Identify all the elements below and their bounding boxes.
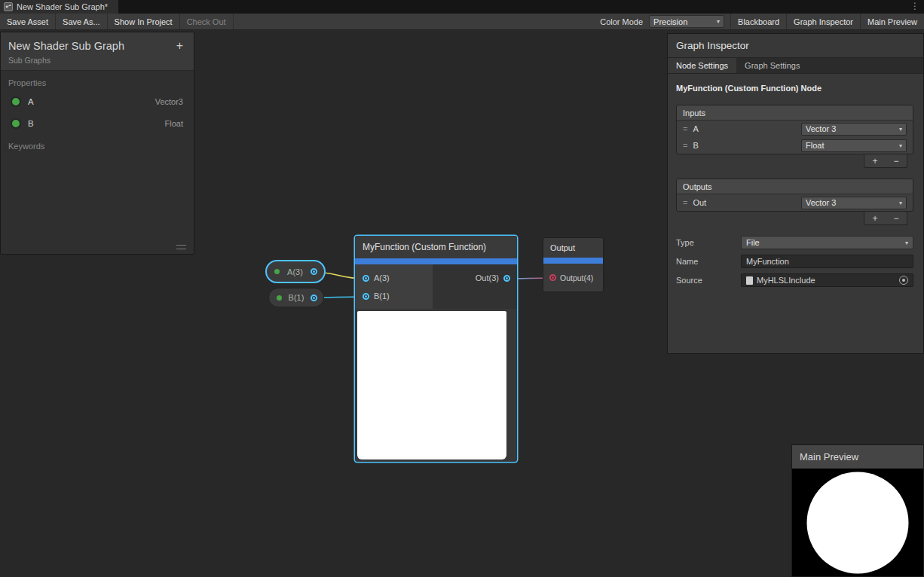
remove-output-button[interactable]: −	[893, 213, 898, 224]
input-port-row: A(3)	[355, 269, 433, 287]
node-preview[interactable]	[357, 311, 506, 459]
input-name: A	[693, 124, 698, 133]
check-out-button: Check Out	[180, 14, 234, 29]
input-type-value: Vector 3	[806, 124, 836, 133]
node-myfunction[interactable]: MyFunction (Custom Function) A(3) B(1) O…	[355, 236, 517, 462]
graph-inspector-panel: Graph Inspector Node Settings Graph Sett…	[667, 33, 924, 354]
node-output[interactable]: Output Output(4)	[543, 237, 604, 292]
node-settings-header: MyFunction (Custom Function) Node	[676, 84, 913, 93]
port-a-property-output[interactable]	[311, 268, 317, 275]
remove-input-button[interactable]: −	[893, 156, 898, 166]
source-field-row: Source MyHLSLInclude	[676, 273, 913, 287]
document-tab[interactable]: New Shader Sub Graph*	[0, 0, 118, 14]
port-label: Output(4)	[560, 273, 593, 282]
color-mode-value: Precision	[653, 17, 687, 26]
chevron-down-icon: ▾	[717, 18, 720, 25]
shader-graph-icon	[4, 2, 13, 11]
blackboard-property-a[interactable]: A Vector3	[1, 90, 194, 112]
node-input-ports: A(3) B(1)	[355, 264, 433, 309]
drag-handle-icon[interactable]: =	[683, 124, 687, 133]
color-mode-dropdown[interactable]: Precision ▾	[649, 15, 724, 28]
type-value: File	[746, 238, 760, 247]
output-type-value: Vector 3	[806, 198, 836, 207]
object-picker-icon[interactable]	[899, 276, 908, 285]
drag-handle-icon[interactable]: =	[683, 198, 687, 207]
port-a-input[interactable]	[363, 275, 369, 282]
source-object-field[interactable]: MyHLSLInclude	[741, 273, 913, 287]
port-b-property-output[interactable]	[311, 295, 317, 301]
main-preview-viewport[interactable]	[792, 469, 923, 576]
node-output-ports: Out(3)	[433, 264, 517, 309]
tab-graph-settings[interactable]: Graph Settings	[736, 58, 808, 73]
type-field-row: Type File ▾	[676, 236, 913, 249]
inputs-list: Inputs = A Vector 3 ▾ = B Float ▾	[676, 105, 913, 154]
precision-color-strip	[355, 258, 517, 264]
color-mode-label: Color Mode	[594, 14, 649, 29]
show-in-project-button[interactable]: Show In Project	[108, 14, 180, 29]
window-menu-icon[interactable]: ⋮	[910, 0, 919, 14]
blackboard-property-b[interactable]: B Float	[1, 112, 194, 134]
add-input-button[interactable]: +	[872, 156, 877, 166]
input-port-row: Output(4)	[543, 264, 603, 292]
outputs-list: Outputs = Out Vector 3 ▾	[676, 179, 913, 212]
graph-toolbar: Save Asset Save As... Show In Project Ch…	[0, 14, 924, 30]
main-preview-title[interactable]: Main Preview	[792, 445, 923, 469]
port-output4-input[interactable]	[549, 274, 556, 281]
output-port-row: Out(3)	[433, 269, 517, 287]
node-title[interactable]: Output	[543, 238, 603, 258]
blackboard-panel: New Shader Sub Graph + Sub Graphs Proper…	[0, 32, 194, 255]
keywords-section-label: Keywords	[1, 134, 194, 154]
blackboard-header[interactable]: New Shader Sub Graph + Sub Graphs	[1, 32, 194, 71]
main-preview-panel: Main Preview	[791, 444, 924, 577]
property-node-label: A(3)	[283, 267, 307, 276]
save-asset-button[interactable]: Save Asset	[0, 14, 56, 29]
chevron-down-icon: ▾	[899, 142, 902, 149]
outputs-list-row[interactable]: = Out Vector 3 ▾	[677, 194, 913, 211]
name-label: Name	[676, 257, 741, 266]
source-label: Source	[676, 276, 741, 285]
port-b-input[interactable]	[363, 293, 369, 300]
type-label: Type	[676, 238, 741, 247]
document-tab-strip: New Shader Sub Graph* ⋮	[0, 0, 924, 14]
drag-handle-icon[interactable]: =	[683, 141, 687, 150]
inspector-body: MyFunction (Custom Function) Node Inputs…	[668, 74, 923, 287]
source-value: MyHLSLInclude	[757, 276, 815, 285]
main-preview-toggle-button[interactable]: Main Preview	[860, 14, 924, 29]
output-type-dropdown[interactable]: Vector 3 ▾	[801, 197, 907, 209]
inspector-tab-bar: Node Settings Graph Settings	[668, 57, 923, 74]
chevron-down-icon: ▾	[899, 126, 902, 133]
property-name: A	[28, 97, 34, 106]
blackboard-title: New Shader Sub Graph	[8, 40, 173, 52]
port-out-output[interactable]	[503, 275, 510, 282]
inputs-list-row[interactable]: = A Vector 3 ▾	[677, 121, 913, 137]
inputs-list-header: Inputs	[677, 105, 913, 121]
blackboard-subtitle: Sub Graphs	[8, 56, 186, 65]
add-property-button[interactable]: +	[173, 39, 186, 53]
add-output-button[interactable]: +	[872, 213, 877, 224]
chevron-down-icon: ▾	[899, 200, 902, 206]
blackboard-toggle-button[interactable]: Blackboard	[730, 14, 786, 29]
property-name: B	[28, 119, 34, 128]
property-type: Vector3	[155, 97, 183, 106]
save-as-button[interactable]: Save As...	[56, 14, 108, 29]
port-label: B(1)	[374, 292, 390, 301]
property-node-b[interactable]: B(1)	[268, 288, 324, 307]
inputs-list-row[interactable]: = B Float ▾	[677, 137, 913, 154]
precision-color-strip	[543, 258, 603, 264]
property-color-dot	[11, 118, 21, 129]
property-color-dot	[274, 269, 280, 274]
graph-inspector-title[interactable]: Graph Inspector	[668, 34, 923, 57]
name-input[interactable]: MyFunction	[741, 255, 913, 268]
property-node-label: B(1)	[286, 293, 307, 302]
graph-inspector-toggle-button[interactable]: Graph Inspector	[786, 14, 860, 29]
port-label: Out(3)	[476, 273, 499, 282]
input-type-dropdown[interactable]: Float ▾	[801, 139, 907, 152]
input-type-dropdown[interactable]: Vector 3 ▾	[801, 123, 907, 136]
type-dropdown[interactable]: File ▾	[741, 236, 913, 249]
input-name: B	[693, 141, 698, 150]
tab-node-settings[interactable]: Node Settings	[668, 58, 736, 73]
property-node-a[interactable]: A(3)	[265, 260, 326, 283]
resize-handle-icon[interactable]	[176, 245, 186, 249]
property-type: Float	[165, 119, 183, 128]
node-title[interactable]: MyFunction (Custom Function)	[355, 236, 517, 258]
